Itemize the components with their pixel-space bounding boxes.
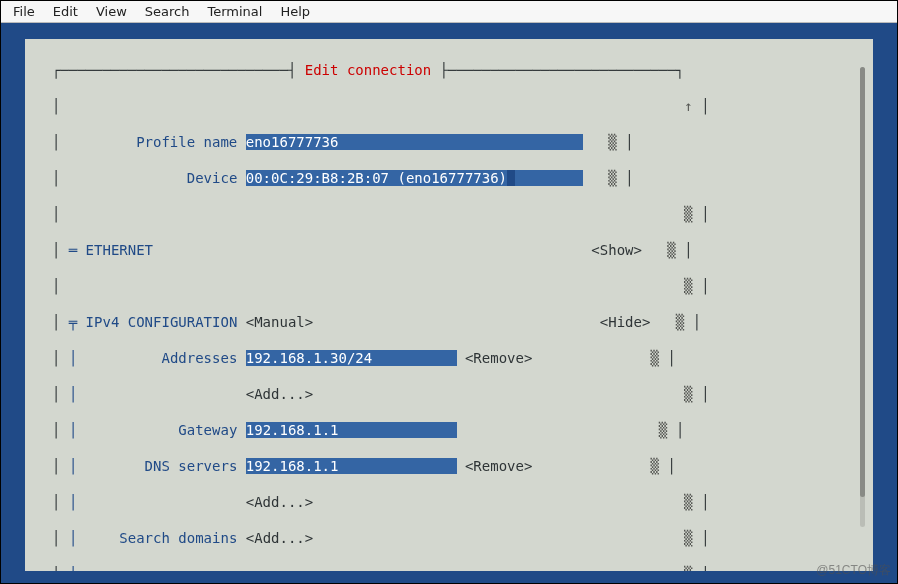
- menu-search[interactable]: Search: [145, 4, 190, 19]
- ethernet-section-label: ETHERNET: [86, 242, 153, 258]
- menubar: File Edit View Search Terminal Help: [1, 1, 897, 23]
- nmtui-dialog: ┌───────────────────────────┤ Edit conne…: [25, 39, 873, 571]
- gateway-input[interactable]: 192.168.1.1: [246, 422, 457, 438]
- terminal-area: ┌───────────────────────────┤ Edit conne…: [1, 23, 897, 583]
- dialog-title: Edit connection: [305, 62, 431, 78]
- address-add-button[interactable]: <Add...>: [246, 386, 313, 402]
- terminal-scrollbar[interactable]: [860, 67, 865, 527]
- search-domains-add-button[interactable]: <Add...>: [246, 530, 313, 546]
- device-input[interactable]: 00:0C:29:B8:2B:07 (eno16777736): [246, 170, 507, 186]
- menu-help[interactable]: Help: [280, 4, 310, 19]
- menu-file[interactable]: File: [13, 4, 35, 19]
- dns-input[interactable]: 192.168.1.1: [246, 458, 457, 474]
- menu-view[interactable]: View: [96, 4, 127, 19]
- gateway-label: Gateway: [178, 422, 237, 438]
- ethernet-show-button[interactable]: <Show>: [591, 242, 642, 258]
- addresses-label: Addresses: [161, 350, 237, 366]
- profile-name-input[interactable]: eno16777736: [246, 134, 583, 150]
- device-label: Device: [187, 170, 238, 186]
- dns-label: DNS servers: [145, 458, 238, 474]
- address-remove-button[interactable]: <Remove>: [465, 350, 532, 366]
- search-domains-label: Search domains: [119, 530, 237, 546]
- ipv4-section-label: IPv4 CONFIGURATION: [86, 314, 238, 330]
- dns-add-button[interactable]: <Add...>: [246, 494, 313, 510]
- ipv4-mode-select[interactable]: <Manual>: [246, 314, 313, 330]
- watermark: @51CTO博客: [816, 562, 891, 579]
- dns-remove-button[interactable]: <Remove>: [465, 458, 532, 474]
- ipv4-hide-button[interactable]: <Hide>: [600, 314, 651, 330]
- scroll-up-icon: ↑: [684, 98, 692, 114]
- terminal-window: File Edit View Search Terminal Help ┌───…: [0, 0, 898, 584]
- profile-name-label: Profile name: [136, 134, 237, 150]
- dialog-border-top: ┌───────────────────────────┤ Edit conne…: [35, 61, 863, 79]
- menu-edit[interactable]: Edit: [53, 4, 78, 19]
- menu-terminal[interactable]: Terminal: [207, 4, 262, 19]
- address-input[interactable]: 192.168.1.30/24: [246, 350, 457, 366]
